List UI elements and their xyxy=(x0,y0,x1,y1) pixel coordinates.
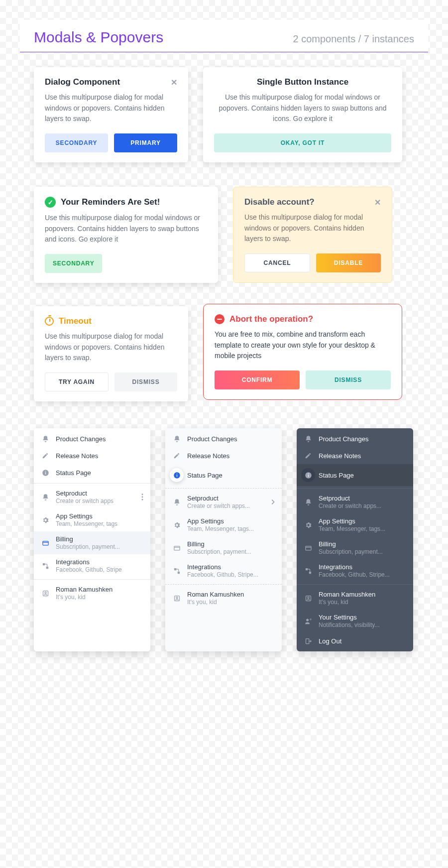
menu-item-label: Product Changes xyxy=(56,435,143,443)
dismiss-button[interactable]: Dismiss xyxy=(114,372,177,391)
edit-icon xyxy=(304,451,313,460)
more-icon[interactable] xyxy=(141,494,143,500)
svg-rect-23 xyxy=(308,473,308,474)
flow-icon xyxy=(41,561,50,570)
menu-item-product-changes[interactable]: Product Changes xyxy=(34,430,150,447)
ok-button[interactable]: Okay, got it xyxy=(214,133,391,152)
confirm-button[interactable]: Confirm xyxy=(215,371,300,389)
timer-icon xyxy=(45,317,54,326)
menu-item-status-page[interactable]: Status Page xyxy=(297,464,413,486)
settings-icon xyxy=(304,617,313,625)
menu-item-subtitle: Facebook, Github, Stripe xyxy=(56,566,143,573)
menu-item-label: Your Settings xyxy=(319,614,406,621)
disable-title: Disable account? xyxy=(244,197,315,207)
menu-item-label: Billing xyxy=(56,535,143,543)
menu-item-roman-kamushken[interactable]: Roman KamushkenIt's you, kid xyxy=(297,587,413,610)
reminders-desc: Use this multipurpose dialog for modal w… xyxy=(45,213,207,245)
menu-item-label: Integrations xyxy=(319,563,406,571)
single-desc: Use this multipurpose dialog for modal w… xyxy=(214,92,391,124)
menu-item-subtitle: Subscription, payment... xyxy=(319,548,406,555)
menu-item-subtitle: Team, Messenger, tags... xyxy=(319,525,406,532)
gear-icon xyxy=(172,520,181,529)
svg-rect-14 xyxy=(176,473,177,474)
disable-button[interactable]: Disable xyxy=(316,253,381,272)
menu-item-label: Release Notes xyxy=(319,452,406,460)
svg-point-30 xyxy=(306,619,309,621)
menu-item-app-settings[interactable]: App SettingsTeam, Messenger, tags... xyxy=(297,513,413,536)
menu-item-integrations[interactable]: IntegrationsFacebook, Github, Stripe... xyxy=(165,559,282,582)
menu-item-roman-kamushken[interactable]: Roman KamushkenIt's you, kid xyxy=(165,587,282,610)
menu-item-label: Roman Kamushken xyxy=(56,586,143,593)
menu-item-billing[interactable]: BillingSubscription, payment... xyxy=(34,531,150,554)
page-subtitle: 2 components / 7 instances xyxy=(293,33,414,45)
bell-icon xyxy=(172,497,181,506)
card-icon xyxy=(172,543,181,552)
close-icon[interactable]: ✕ xyxy=(171,78,177,87)
menu-item-status-page[interactable]: Status Page xyxy=(165,464,282,486)
close-icon[interactable]: ✕ xyxy=(374,198,381,207)
dialog-desc: Use this multipurpose dialog for modal w… xyxy=(45,92,177,124)
menu-item-product-changes[interactable]: Product Changes xyxy=(297,430,413,447)
svg-point-3 xyxy=(142,494,143,495)
menu-item-subtitle: Facebook, Github, Stripe... xyxy=(187,571,275,578)
bell-icon xyxy=(172,434,181,443)
menu-item-release-notes[interactable]: Release Notes xyxy=(165,447,282,464)
menu-item-your-settings[interactable]: Your SettingsNotifications, visibility..… xyxy=(297,610,413,632)
menu-item-label: Status Page xyxy=(56,469,143,477)
svg-rect-32 xyxy=(306,638,309,643)
menu-item-subtitle: It's you, kid xyxy=(56,594,143,601)
edit-icon xyxy=(41,451,50,460)
menu-item-label: Status Page xyxy=(187,472,275,479)
menu-item-log-out[interactable]: Log Out xyxy=(297,632,413,649)
svg-rect-22 xyxy=(308,475,308,477)
menu-item-subtitle: It's you, kid xyxy=(187,599,275,606)
menu-item-product-changes[interactable]: Product Changes xyxy=(165,430,282,447)
menu-item-label: Log Out xyxy=(319,637,406,645)
popover-menu-dark: Product ChangesRelease NotesStatus PageS… xyxy=(297,428,413,651)
menu-item-subtitle: Subscription, payment... xyxy=(56,543,143,550)
abort-desc: You are free to mix, combine and transfo… xyxy=(215,329,391,362)
bell-icon xyxy=(41,434,50,443)
secondary-button[interactable]: Secondary xyxy=(45,254,102,273)
try-again-button[interactable]: Try Again xyxy=(45,372,109,391)
svg-rect-17 xyxy=(174,568,176,570)
menu-item-integrations[interactable]: IntegrationsFacebook, Github, Stripe xyxy=(34,554,150,577)
menu-item-subtitle: Team, Messenger, tags... xyxy=(187,525,275,532)
menu-item-subtitle: Team, Messenger, tags xyxy=(56,520,143,527)
abort-title: Abort the operation? xyxy=(229,314,313,324)
svg-rect-18 xyxy=(177,571,179,573)
menu-item-setproduct[interactable]: SetproductCreate or switch apps... xyxy=(297,491,413,513)
menu-item-release-notes[interactable]: Release Notes xyxy=(297,447,413,464)
svg-point-4 xyxy=(142,496,143,498)
secondary-button[interactable]: Secondary xyxy=(45,133,108,152)
menu-item-roman-kamushken[interactable]: Roman KamushkenIt's you, kid xyxy=(34,582,150,605)
cancel-button[interactable]: Cancel xyxy=(244,253,310,272)
menu-item-setproduct[interactable]: SetproductCreate or switch apps... xyxy=(165,491,282,513)
reminders-card: ✓ Your Reminders Are Set! Use this multi… xyxy=(34,187,218,283)
menu-item-app-settings[interactable]: App SettingsTeam, Messenger, tags... xyxy=(165,513,282,536)
menu-item-app-settings[interactable]: App SettingsTeam, Messenger, tags xyxy=(34,508,150,531)
edit-icon xyxy=(172,451,181,460)
dismiss-button[interactable]: Dismiss xyxy=(306,371,391,389)
user-icon xyxy=(304,594,313,603)
menu-item-setproduct[interactable]: SetproductCreate or switch apps xyxy=(34,486,150,508)
menu-item-label: App Settings xyxy=(187,517,275,525)
bell-icon xyxy=(304,497,313,506)
menu-item-label: App Settings xyxy=(56,512,143,520)
info-icon xyxy=(172,471,181,480)
primary-button[interactable]: Primary xyxy=(114,133,177,152)
menu-item-release-notes[interactable]: Release Notes xyxy=(34,447,150,464)
menu-item-label: Billing xyxy=(319,540,406,548)
svg-rect-27 xyxy=(309,571,311,573)
disable-account-card: Disable account? ✕ Use this multipurpose… xyxy=(233,187,392,283)
svg-rect-13 xyxy=(176,475,177,477)
info-icon xyxy=(41,468,50,477)
menu-item-billing[interactable]: BillingSubscription, payment... xyxy=(165,536,282,559)
menu-item-status-page[interactable]: Status Page xyxy=(34,464,150,481)
menu-item-label: App Settings xyxy=(319,517,406,525)
menu-item-billing[interactable]: BillingSubscription, payment... xyxy=(297,536,413,559)
menu-item-label: Billing xyxy=(187,540,275,548)
menu-item-integrations[interactable]: IntegrationsFacebook, Github, Stripe... xyxy=(297,559,413,582)
svg-rect-26 xyxy=(305,568,307,570)
page-header: Modals & Popovers 2 components / 7 insta… xyxy=(20,20,428,52)
